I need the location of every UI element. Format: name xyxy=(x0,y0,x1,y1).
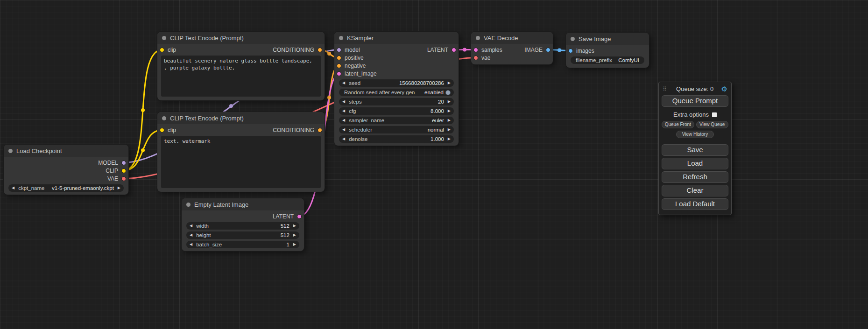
node-clip-text-encode-positive[interactable]: CLIP Text Encode (Prompt) clip CONDITION… xyxy=(157,32,325,100)
images-input-slot[interactable] xyxy=(568,49,573,53)
decrement-arrow-icon[interactable]: ◀ xyxy=(342,128,345,132)
model-output-slot[interactable] xyxy=(121,161,126,165)
clip-input-slot[interactable] xyxy=(160,128,164,133)
conditioning-output-slot[interactable] xyxy=(318,48,322,52)
latent-output-slot[interactable] xyxy=(297,214,302,219)
node-title-bar[interactable]: VAE Decode xyxy=(471,32,553,44)
node-title-bar[interactable]: Load Checkpoint xyxy=(4,145,128,157)
slot-label: MODEL xyxy=(98,160,118,166)
view-queue-button[interactable]: View Queue xyxy=(696,121,729,128)
slot-label: clip xyxy=(168,127,176,133)
random-seed-toggle-widget[interactable]: Random seed after every gen enabled xyxy=(339,89,454,96)
node-graph-canvas[interactable]: Load Checkpoint MODEL CLIP VAE ◀ ckpt_na… xyxy=(0,0,868,329)
vae-input-slot[interactable] xyxy=(473,56,478,60)
positive-input-slot[interactable] xyxy=(337,56,341,60)
latent-output-slot[interactable] xyxy=(452,48,456,52)
decrement-arrow-icon[interactable]: ◀ xyxy=(12,186,14,190)
link-midpoint-dot xyxy=(327,52,331,56)
decrement-arrow-icon[interactable]: ◀ xyxy=(342,81,345,85)
queue-front-button[interactable]: Queue Front xyxy=(662,121,694,128)
node-ksampler[interactable]: KSampler model LATENT positive negative … xyxy=(334,32,459,146)
node-title: Empty Latent Image xyxy=(194,201,248,208)
clip-output-slot[interactable] xyxy=(121,168,126,173)
samples-input-slot[interactable] xyxy=(473,48,478,52)
node-title-bar[interactable]: Save Image xyxy=(566,33,649,45)
conditioning-output-slot[interactable] xyxy=(318,128,322,133)
cfg-widget[interactable]: ◀ cfg 8.000 ▶ xyxy=(339,107,454,115)
widget-label: height xyxy=(196,232,211,238)
increment-arrow-icon[interactable]: ▶ xyxy=(293,243,296,246)
node-clip-text-encode-negative[interactable]: CLIP Text Encode (Prompt) clip CONDITION… xyxy=(157,112,325,192)
load-button[interactable]: Load xyxy=(662,158,728,169)
negative-prompt-textarea[interactable]: text, watermark xyxy=(161,136,321,188)
widget-value: normal xyxy=(372,127,444,133)
increment-arrow-icon[interactable]: ▶ xyxy=(293,224,296,228)
refresh-button[interactable]: Refresh xyxy=(662,171,728,183)
node-load-checkpoint[interactable]: Load Checkpoint MODEL CLIP VAE ◀ ckpt_na… xyxy=(4,145,128,195)
denoise-widget[interactable]: ◀ denoise 1.000 ▶ xyxy=(339,135,454,143)
toggle-knob[interactable] xyxy=(445,90,451,95)
increment-arrow-icon[interactable]: ▶ xyxy=(448,128,451,132)
decrement-arrow-icon[interactable]: ◀ xyxy=(190,233,192,237)
decrement-arrow-icon[interactable]: ◀ xyxy=(342,100,345,104)
node-title-bar[interactable]: KSampler xyxy=(334,32,459,44)
node-title-bar[interactable]: CLIP Text Encode (Prompt) xyxy=(157,112,325,124)
positive-prompt-textarea[interactable]: beautiful scenery nature glass bottle la… xyxy=(161,56,321,97)
node-title: CLIP Text Encode (Prompt) xyxy=(170,115,244,122)
image-output-slot[interactable] xyxy=(546,48,550,52)
model-input-slot[interactable] xyxy=(337,48,341,52)
node-title-bar[interactable]: Empty Latent Image xyxy=(182,198,304,210)
increment-arrow-icon[interactable]: ▶ xyxy=(448,137,451,141)
height-widget[interactable]: ◀ height 512 ▶ xyxy=(186,231,299,239)
width-widget[interactable]: ◀ width 512 ▶ xyxy=(186,222,299,230)
decrement-arrow-icon[interactable]: ◀ xyxy=(342,137,345,141)
decrement-arrow-icon[interactable]: ◀ xyxy=(190,243,192,246)
collapse-dot-icon[interactable] xyxy=(476,36,480,40)
batch-size-widget[interactable]: ◀ batch_size 1 ▶ xyxy=(186,241,299,248)
node-title-bar[interactable]: CLIP Text Encode (Prompt) xyxy=(157,32,325,44)
latent-image-input-slot[interactable] xyxy=(337,71,341,76)
collapse-dot-icon[interactable] xyxy=(162,116,166,120)
collapse-dot-icon[interactable] xyxy=(571,37,575,41)
vae-output-slot[interactable] xyxy=(121,176,126,181)
slot-row: model LATENT xyxy=(334,46,459,54)
increment-arrow-icon[interactable]: ▶ xyxy=(448,109,451,113)
collapse-dot-icon[interactable] xyxy=(339,36,343,40)
decrement-arrow-icon[interactable]: ◀ xyxy=(342,109,345,113)
collapse-dot-icon[interactable] xyxy=(186,203,191,207)
negative-input-slot[interactable] xyxy=(337,63,341,68)
queue-prompt-button[interactable]: Queue Prompt xyxy=(662,95,728,107)
node-title: CLIP Text Encode (Prompt) xyxy=(170,35,244,42)
increment-arrow-icon[interactable]: ▶ xyxy=(293,233,296,237)
seed-widget[interactable]: ◀ seed 156680208700286 ▶ xyxy=(339,79,454,87)
increment-arrow-icon[interactable]: ▶ xyxy=(448,119,451,122)
node-empty-latent-image[interactable]: Empty Latent Image LATENT ◀ width 512 ▶ … xyxy=(182,198,304,251)
node-save-image[interactable]: Save Image images filename_prefix ComfyU… xyxy=(566,33,649,68)
increment-arrow-icon[interactable]: ▶ xyxy=(448,81,451,85)
clip-input-slot[interactable] xyxy=(160,48,164,52)
clear-button[interactable]: Clear xyxy=(662,185,728,196)
ckpt-name-widget[interactable]: ◀ ckpt_name v1-5-pruned-emaonly.ckpt ▶ xyxy=(8,184,124,192)
load-default-button[interactable]: Load Default xyxy=(662,198,728,210)
extra-options-row: Extra options xyxy=(662,111,728,118)
sampler-name-widget[interactable]: ◀ sampler_name euler ▶ xyxy=(339,117,454,124)
increment-arrow-icon[interactable]: ▶ xyxy=(448,100,451,104)
drag-handle-icon[interactable]: ⠿ xyxy=(663,86,667,92)
decrement-arrow-icon[interactable]: ◀ xyxy=(190,224,192,228)
steps-widget[interactable]: ◀ steps 20 ▶ xyxy=(339,98,454,105)
node-title: KSampler xyxy=(347,35,374,42)
widget-label: denoise xyxy=(349,136,367,142)
collapse-dot-icon[interactable] xyxy=(8,149,13,153)
filename-prefix-widget[interactable]: filename_prefix ComfyUI xyxy=(571,56,644,64)
increment-arrow-icon[interactable]: ▶ xyxy=(118,186,120,190)
scheduler-widget[interactable]: ◀ scheduler normal ▶ xyxy=(339,126,454,133)
widget-label: scheduler xyxy=(349,127,372,133)
node-vae-decode[interactable]: VAE Decode samples IMAGE vae xyxy=(471,32,553,64)
extra-options-checkbox[interactable] xyxy=(712,112,717,117)
save-button[interactable]: Save xyxy=(662,144,728,156)
widget-label: ckpt_name xyxy=(18,185,44,191)
view-history-button[interactable]: View History xyxy=(676,131,714,138)
collapse-dot-icon[interactable] xyxy=(162,36,166,40)
decrement-arrow-icon[interactable]: ◀ xyxy=(342,119,345,122)
settings-gear-icon[interactable]: ⚙ xyxy=(721,85,727,92)
